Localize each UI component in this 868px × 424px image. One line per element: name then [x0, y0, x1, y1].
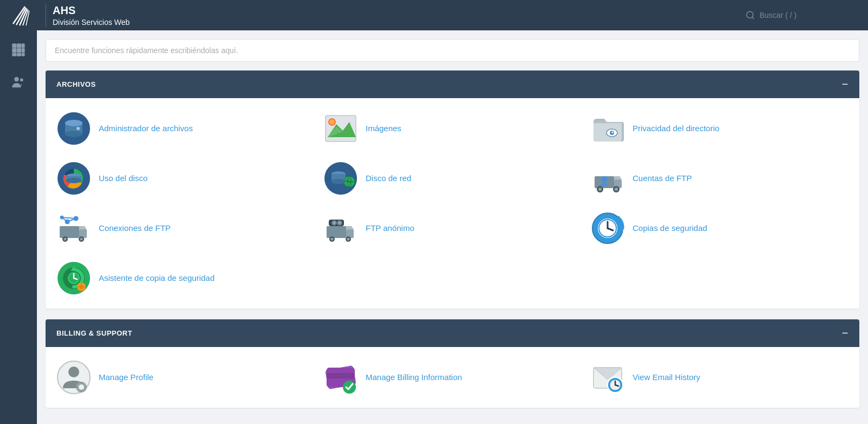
- network-disk-label: Disco de red: [366, 173, 411, 184]
- svg-rect-14: [12, 53, 16, 56]
- svg-point-37: [66, 178, 81, 183]
- svg-point-52: [601, 176, 608, 183]
- search-icon: [745, 10, 755, 20]
- svg-rect-93: [81, 290, 82, 291]
- logo-icon: [11, 4, 39, 26]
- anonymous-ftp-icon: [323, 211, 358, 246]
- logo-area: AHS División Servicios Web: [11, 3, 130, 27]
- svg-point-41: [331, 179, 346, 184]
- svg-rect-107: [327, 373, 355, 378]
- directory-privacy-icon: [590, 111, 625, 146]
- backup-wizard-label: Asistente de copia de seguridad: [99, 273, 214, 284]
- svg-point-97: [68, 367, 79, 377]
- svg-rect-9: [17, 43, 21, 48]
- svg-point-29: [329, 119, 335, 125]
- quick-search-input[interactable]: [55, 46, 850, 55]
- brand-name: AHS: [53, 3, 130, 17]
- sidebar-item-grid[interactable]: [8, 39, 29, 61]
- svg-point-70: [331, 238, 334, 241]
- svg-rect-102: [76, 387, 78, 388]
- section-archivos: ARCHIVOS −: [46, 70, 859, 309]
- svg-rect-13: [22, 48, 25, 53]
- archivos-collapse-button[interactable]: −: [842, 78, 848, 91]
- svg-line-7: [752, 17, 754, 18]
- item-directory-privacy[interactable]: Privacidad del directorio: [590, 111, 848, 146]
- subtitle: División Servicios Web: [53, 17, 130, 27]
- item-manage-billing[interactable]: Manage Billing Information: [323, 360, 582, 395]
- item-backup-wizard[interactable]: Asistente de copia de seguridad: [56, 261, 315, 295]
- archivos-body: Administrador de archivos: [46, 98, 859, 309]
- ftp-accounts-label: Cuentas de FTP: [633, 173, 692, 184]
- item-ftp-accounts[interactable]: Cuentas de FTP: [590, 161, 848, 196]
- item-disk-usage[interactable]: Uso del disco: [56, 161, 315, 196]
- billing-support-header: BILLING & SUPPORT −: [46, 319, 859, 347]
- svg-rect-94: [77, 286, 79, 287]
- svg-rect-11: [12, 48, 16, 53]
- disk-usage-icon: [56, 161, 91, 196]
- item-ftp-connections[interactable]: Conexiones de FTP: [56, 211, 315, 246]
- svg-marker-68: [346, 226, 354, 229]
- svg-point-76: [333, 221, 336, 224]
- item-email-history[interactable]: View Email History: [590, 360, 848, 395]
- email-history-label: View Email History: [633, 372, 700, 383]
- svg-point-17: [14, 77, 18, 81]
- ftp-connections-label: Conexiones de FTP: [99, 223, 171, 234]
- svg-marker-47: [614, 176, 622, 179]
- anonymous-ftp-label: FTP anónimo: [366, 223, 414, 234]
- item-network-disk[interactable]: Disco de red: [323, 161, 582, 196]
- svg-rect-103: [85, 387, 87, 388]
- item-backups[interactable]: Copias de seguridad: [590, 211, 848, 246]
- svg-point-22: [65, 131, 82, 137]
- svg-point-72: [347, 238, 350, 241]
- svg-point-18: [20, 78, 23, 81]
- ftp-accounts-icon: [590, 161, 625, 196]
- main-layout: ARCHIVOS −: [0, 30, 868, 424]
- svg-point-57: [64, 238, 67, 241]
- manage-profile-icon: [56, 360, 91, 395]
- svg-point-91: [79, 285, 84, 289]
- images-icon: [323, 111, 358, 146]
- svg-rect-95: [84, 286, 86, 287]
- billing-support-title: BILLING & SUPPORT: [56, 329, 132, 337]
- quick-search-bar[interactable]: [46, 39, 859, 62]
- directory-privacy-label: Privacidad del directorio: [633, 123, 719, 134]
- svg-point-24: [76, 127, 80, 130]
- backups-icon: [590, 211, 625, 246]
- archivos-header: ARCHIVOS −: [46, 70, 859, 98]
- sidebar-item-users[interactable]: [8, 72, 29, 93]
- top-navigation: AHS División Servicios Web: [0, 0, 868, 30]
- svg-point-6: [746, 11, 753, 18]
- top-search-area[interactable]: [745, 10, 857, 20]
- item-images[interactable]: Imágenes: [323, 111, 582, 146]
- svg-rect-53: [60, 226, 79, 238]
- manage-profile-label: Manage Profile: [99, 372, 154, 383]
- ftp-connections-icon: [56, 211, 91, 246]
- backup-wizard-icon: [56, 261, 91, 295]
- svg-rect-12: [17, 48, 21, 53]
- svg-rect-92: [81, 282, 82, 284]
- billing-support-body: Manage Profile: [46, 347, 859, 408]
- logo-text: AHS División Servicios Web: [46, 3, 130, 27]
- file-manager-label: Administrador de archivos: [99, 123, 193, 134]
- svg-point-59: [80, 238, 83, 241]
- billing-support-collapse-button[interactable]: −: [842, 327, 848, 339]
- section-billing-support: BILLING & SUPPORT −: [46, 319, 859, 408]
- users-icon: [11, 75, 26, 90]
- item-manage-profile[interactable]: Manage Profile: [56, 360, 315, 395]
- manage-billing-icon: [323, 360, 358, 395]
- file-manager-icon: [56, 111, 91, 146]
- email-history-icon: [590, 360, 625, 395]
- sidebar: [0, 30, 37, 424]
- svg-point-23: [65, 120, 82, 126]
- svg-point-77: [338, 221, 341, 224]
- grid-icon: [11, 42, 26, 57]
- svg-point-49: [598, 188, 602, 191]
- svg-rect-66: [327, 226, 346, 238]
- item-anonymous-ftp[interactable]: FTP anónimo: [323, 211, 582, 246]
- top-search-input[interactable]: [760, 11, 857, 20]
- svg-rect-8: [12, 43, 16, 48]
- svg-rect-16: [22, 53, 25, 56]
- manage-billing-label: Manage Billing Information: [366, 372, 462, 383]
- item-file-manager[interactable]: Administrador de archivos: [56, 111, 315, 146]
- network-disk-icon: [323, 161, 358, 196]
